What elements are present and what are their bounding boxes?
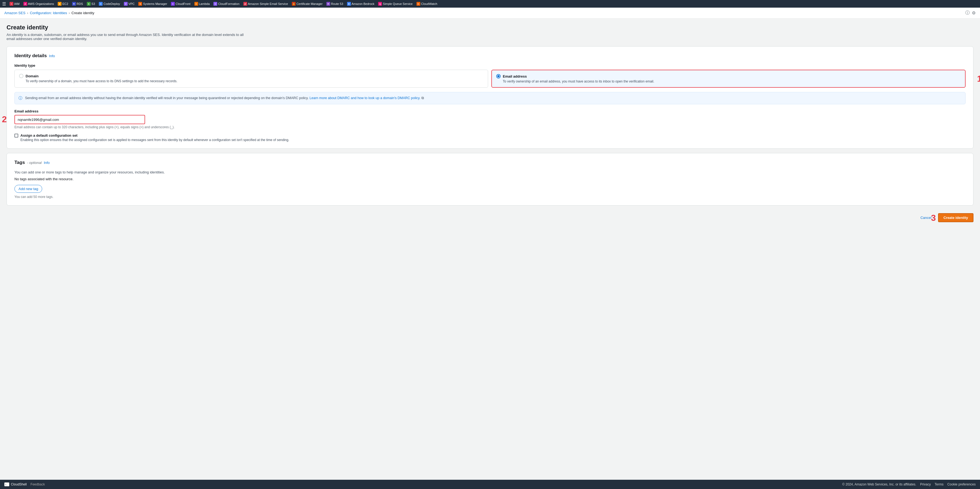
vpc-icon: V bbox=[124, 2, 128, 6]
config-set-label: Assign a default configuration set bbox=[21, 134, 77, 137]
domain-radio-desc: To verify ownership of a domain, you mus… bbox=[25, 79, 484, 83]
create-button-container: 3 Create identity bbox=[938, 213, 974, 222]
nav-rds[interactable]: R RDS bbox=[71, 2, 84, 6]
email-radio-title: Email address bbox=[503, 74, 527, 78]
bottom-bar: >_ CloudShell Feedback © 2024, Amazon We… bbox=[0, 480, 980, 489]
email-field-container: 2 Email address Email address can contai… bbox=[14, 109, 966, 129]
iam-icon: I bbox=[10, 2, 13, 6]
bedrock-icon: B bbox=[347, 2, 351, 6]
identity-type-options-container: 1 Domain To verify ownership of a domain… bbox=[14, 70, 966, 88]
cookie-preferences-link[interactable]: Cookie preferences bbox=[947, 483, 976, 486]
info-circle-icon: ⓘ bbox=[19, 96, 22, 101]
email-address-label: Email address bbox=[14, 109, 966, 113]
tags-title: Tags bbox=[14, 160, 25, 165]
privacy-link[interactable]: Privacy bbox=[920, 483, 931, 486]
organizations-icon: A bbox=[24, 2, 27, 6]
nav-lambda-label: Lambda bbox=[199, 2, 210, 5]
identity-type-label: Identity type bbox=[14, 64, 966, 67]
nav-cert[interactable]: 🔒 Certificate Manager bbox=[290, 2, 324, 6]
domain-radio-circle bbox=[19, 74, 24, 78]
nav-sqs[interactable]: Q Simple Queue Service bbox=[377, 2, 414, 6]
info-icon-button[interactable]: ⓘ bbox=[965, 10, 970, 16]
nav-cloudwatch[interactable]: C CloudWatch bbox=[415, 2, 439, 6]
nav-ec2[interactable]: E EC2 bbox=[56, 2, 69, 6]
email-hint: Email address can contain up to 320 char… bbox=[14, 125, 966, 129]
menu-icon[interactable]: ☰ bbox=[2, 2, 6, 6]
page-title: Create identity bbox=[6, 24, 974, 31]
main-content: Create identity An identity is a domain,… bbox=[0, 19, 980, 480]
cloudshell-icon: >_ bbox=[4, 483, 9, 486]
nav-lambda[interactable]: λ Lambda bbox=[193, 2, 211, 6]
nav-vpc[interactable]: V VPC bbox=[123, 2, 136, 6]
r53-icon: R bbox=[326, 2, 330, 6]
page-description: An identity is a domain, subdomain, or e… bbox=[6, 33, 251, 41]
nav-cloudfront-label: CloudFront bbox=[176, 2, 190, 5]
sqs-icon: Q bbox=[378, 2, 382, 6]
nav-r53[interactable]: R Route 53 bbox=[325, 2, 345, 6]
nav-ses[interactable]: @ Amazon Simple Email Service bbox=[242, 2, 290, 6]
nav-r53-label: Route 53 bbox=[331, 2, 343, 5]
identity-type-radio-group: Domain To verify ownership of a domain, … bbox=[14, 70, 966, 88]
breadcrumb-current: Create identity bbox=[72, 11, 94, 15]
cert-icon: 🔒 bbox=[292, 2, 296, 6]
breadcrumb-bar: Amazon SES › Configuration: Identities ›… bbox=[0, 8, 980, 19]
nav-cloudformation[interactable]: C CloudFormation bbox=[212, 2, 241, 6]
tags-info-link[interactable]: Info bbox=[44, 161, 50, 165]
tags-header: Tags - optional Info bbox=[14, 160, 966, 165]
tags-description: You can add one or more tags to help man… bbox=[14, 170, 966, 174]
nav-vpc-label: VPC bbox=[129, 2, 135, 5]
lambda-icon: λ bbox=[194, 2, 198, 6]
nav-organizations[interactable]: A AWS Organizations bbox=[22, 2, 56, 6]
dmarc-info-box: ⓘ Sending email from an email address id… bbox=[14, 92, 966, 104]
sm-icon: S bbox=[138, 2, 142, 6]
email-radio-desc: To verify ownership of an email address,… bbox=[503, 80, 961, 83]
nav-cloudfront[interactable]: C CloudFront bbox=[170, 2, 192, 6]
step-2-label: 2 bbox=[2, 114, 7, 124]
tags-optional-label: - optional bbox=[27, 161, 41, 165]
dmarc-learn-more-link[interactable]: Learn more about DMARC and how to look u… bbox=[310, 96, 420, 100]
tags-empty-text: No tags associated with the resource. bbox=[14, 177, 966, 181]
ses-icon: @ bbox=[243, 2, 247, 6]
step-1-label: 1 bbox=[977, 74, 980, 84]
tags-section: Tags - optional Info You can add one or … bbox=[6, 153, 974, 205]
settings-icon-button[interactable]: ⚙ bbox=[972, 10, 976, 16]
identity-details-info-link[interactable]: Info bbox=[49, 54, 55, 58]
nav-s3[interactable]: S S3 bbox=[86, 2, 96, 6]
add-new-tag-button[interactable]: Add new tag bbox=[14, 185, 42, 193]
email-address-input[interactable] bbox=[14, 115, 145, 124]
nav-cert-label: Certificate Manager bbox=[296, 2, 323, 5]
create-identity-button[interactable]: Create identity bbox=[938, 213, 974, 222]
breadcrumb-right: ⓘ ⚙ bbox=[965, 10, 976, 16]
feedback-label[interactable]: Feedback bbox=[30, 483, 45, 486]
nav-sm[interactable]: S Systems Manager bbox=[137, 2, 169, 6]
nav-s3-label: S3 bbox=[91, 2, 95, 5]
bottom-left: >_ CloudShell Feedback bbox=[4, 483, 45, 486]
identity-details-section: Identity details Info Identity type 1 Do… bbox=[6, 46, 974, 149]
cloudwatch-icon: C bbox=[417, 2, 420, 6]
nav-bedrock-label: Amazon Bedrock bbox=[352, 2, 375, 5]
breadcrumb-ses[interactable]: Amazon SES bbox=[4, 11, 25, 15]
identity-details-header: Identity details Info bbox=[14, 53, 966, 59]
nav-codedeploy[interactable]: C CodeDeploy bbox=[97, 2, 121, 6]
cloudshell-label[interactable]: CloudShell bbox=[11, 483, 27, 486]
domain-radio-option[interactable]: Domain To verify ownership of a domain, … bbox=[14, 70, 488, 88]
nav-iam[interactable]: I IAM bbox=[8, 2, 21, 6]
dmarc-info-text: Sending email from an email address iden… bbox=[25, 96, 424, 101]
nav-bedrock[interactable]: B Amazon Bedrock bbox=[346, 2, 376, 6]
codedeploy-icon: C bbox=[99, 2, 103, 6]
domain-radio-title: Domain bbox=[25, 74, 39, 78]
email-radio-option[interactable]: Email address To verify ownership of an … bbox=[492, 70, 966, 88]
terms-link[interactable]: Terms bbox=[935, 483, 943, 486]
email-radio-circle bbox=[496, 74, 501, 78]
nav-cw-label: CloudWatch bbox=[421, 2, 438, 5]
config-set-checkbox[interactable] bbox=[14, 134, 18, 137]
breadcrumb-identities[interactable]: Configuration: Identities bbox=[30, 11, 67, 15]
dmarc-info-main: Sending email from an email address iden… bbox=[25, 96, 310, 100]
config-set-desc: Enabling this option ensures that the as… bbox=[21, 138, 966, 142]
identity-details-title: Identity details bbox=[14, 53, 47, 59]
cloudfront-icon: C bbox=[171, 2, 175, 6]
top-navigation: ☰ I IAM A AWS Organizations E EC2 R RDS … bbox=[0, 0, 980, 8]
breadcrumb-sep-1: › bbox=[27, 11, 28, 15]
nav-sm-label: Systems Manager bbox=[143, 2, 167, 5]
nav-sqs-label: Simple Queue Service bbox=[383, 2, 412, 5]
